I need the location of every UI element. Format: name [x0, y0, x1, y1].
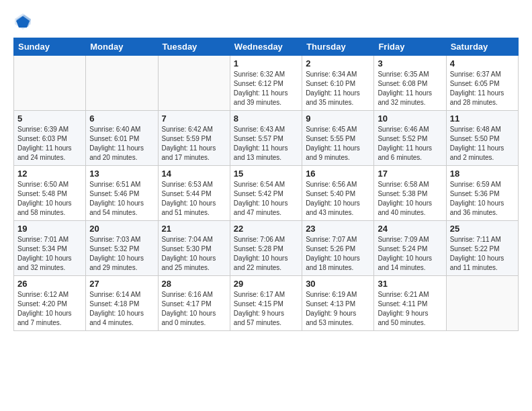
day-info: Sunrise: 6:19 AM Sunset: 4:13 PM Dayligh…: [306, 290, 370, 328]
calendar-cell: 21Sunrise: 7:04 AM Sunset: 5:30 PM Dayli…: [158, 221, 230, 276]
day-info: Sunrise: 6:46 AM Sunset: 5:52 PM Dayligh…: [378, 125, 442, 163]
day-info: Sunrise: 7:04 AM Sunset: 5:30 PM Dayligh…: [162, 235, 226, 273]
day-number: 7: [162, 113, 226, 124]
weekday-header-friday: Friday: [374, 38, 446, 56]
week-row-5: 26Sunrise: 6:12 AM Sunset: 4:20 PM Dayli…: [14, 276, 519, 331]
day-info: Sunrise: 7:06 AM Sunset: 5:28 PM Dayligh…: [234, 235, 298, 273]
day-number: 30: [306, 279, 370, 289]
logo-icon: [13, 12, 32, 31]
calendar-cell: [14, 56, 86, 111]
calendar-cell: 6Sunrise: 6:40 AM Sunset: 6:01 PM Daylig…: [86, 111, 158, 166]
calendar-cell: [158, 56, 230, 111]
day-info: Sunrise: 6:51 AM Sunset: 5:46 PM Dayligh…: [89, 180, 154, 218]
calendar-cell: 30Sunrise: 6:19 AM Sunset: 4:13 PM Dayli…: [302, 276, 374, 331]
calendar-cell: 27Sunrise: 6:14 AM Sunset: 4:18 PM Dayli…: [86, 276, 158, 331]
day-number: 25: [450, 224, 515, 234]
calendar-cell: 14Sunrise: 6:53 AM Sunset: 5:44 PM Dayli…: [158, 166, 230, 221]
calendar-cell: 26Sunrise: 6:12 AM Sunset: 4:20 PM Dayli…: [14, 276, 86, 331]
calendar-cell: 31Sunrise: 6:21 AM Sunset: 4:11 PM Dayli…: [374, 276, 446, 331]
day-number: 3: [378, 58, 442, 68]
logo: [13, 12, 35, 31]
day-info: Sunrise: 6:35 AM Sunset: 6:08 PM Dayligh…: [378, 70, 442, 107]
calendar-cell: 7Sunrise: 6:42 AM Sunset: 5:59 PM Daylig…: [158, 111, 230, 166]
calendar-cell: 29Sunrise: 6:17 AM Sunset: 4:15 PM Dayli…: [230, 276, 302, 331]
day-info: Sunrise: 6:53 AM Sunset: 5:44 PM Dayligh…: [162, 180, 226, 218]
calendar-cell: 5Sunrise: 6:39 AM Sunset: 6:03 PM Daylig…: [14, 111, 86, 166]
week-row-4: 19Sunrise: 7:01 AM Sunset: 5:34 PM Dayli…: [14, 221, 519, 276]
weekday-header-wednesday: Wednesday: [230, 38, 302, 56]
day-number: 6: [89, 113, 154, 124]
calendar-cell: 10Sunrise: 6:46 AM Sunset: 5:52 PM Dayli…: [374, 111, 446, 166]
day-number: 10: [378, 113, 442, 124]
day-info: Sunrise: 7:11 AM Sunset: 5:22 PM Dayligh…: [450, 235, 515, 273]
day-number: 31: [378, 279, 442, 289]
calendar-cell: 15Sunrise: 6:54 AM Sunset: 5:42 PM Dayli…: [230, 166, 302, 221]
weekday-header-sunday: Sunday: [14, 38, 86, 56]
day-info: Sunrise: 6:50 AM Sunset: 5:48 PM Dayligh…: [17, 180, 82, 218]
day-info: Sunrise: 7:01 AM Sunset: 5:34 PM Dayligh…: [17, 235, 82, 273]
page: SundayMondayTuesdayWednesdayThursdayFrid…: [0, 0, 532, 343]
calendar-cell: 4Sunrise: 6:37 AM Sunset: 6:05 PM Daylig…: [446, 56, 518, 111]
week-row-1: 1Sunrise: 6:32 AM Sunset: 6:12 PM Daylig…: [14, 56, 519, 111]
header: [13, 12, 519, 31]
day-number: 26: [17, 279, 82, 289]
day-number: 14: [162, 169, 226, 179]
day-info: Sunrise: 6:37 AM Sunset: 6:05 PM Dayligh…: [450, 70, 515, 107]
day-info: Sunrise: 6:32 AM Sunset: 6:12 PM Dayligh…: [234, 70, 298, 107]
calendar-cell: 22Sunrise: 7:06 AM Sunset: 5:28 PM Dayli…: [230, 221, 302, 276]
day-number: 15: [234, 169, 298, 179]
day-number: 27: [89, 279, 154, 289]
calendar-cell: 17Sunrise: 6:58 AM Sunset: 5:38 PM Dayli…: [374, 166, 446, 221]
calendar-cell: 20Sunrise: 7:03 AM Sunset: 5:32 PM Dayli…: [86, 221, 158, 276]
day-number: 12: [17, 169, 82, 179]
calendar-cell: [446, 276, 518, 331]
day-info: Sunrise: 6:21 AM Sunset: 4:11 PM Dayligh…: [378, 290, 442, 328]
weekday-header-thursday: Thursday: [302, 38, 374, 56]
calendar-cell: 8Sunrise: 6:43 AM Sunset: 5:57 PM Daylig…: [230, 111, 302, 166]
day-info: Sunrise: 6:58 AM Sunset: 5:38 PM Dayligh…: [378, 180, 442, 218]
calendar-cell: 3Sunrise: 6:35 AM Sunset: 6:08 PM Daylig…: [374, 56, 446, 111]
day-number: 11: [450, 113, 515, 124]
day-info: Sunrise: 6:34 AM Sunset: 6:10 PM Dayligh…: [306, 70, 370, 107]
weekday-header-row: SundayMondayTuesdayWednesdayThursdayFrid…: [14, 38, 519, 56]
calendar-cell: 23Sunrise: 7:07 AM Sunset: 5:26 PM Dayli…: [302, 221, 374, 276]
calendar-cell: 25Sunrise: 7:11 AM Sunset: 5:22 PM Dayli…: [446, 221, 518, 276]
calendar-cell: 24Sunrise: 7:09 AM Sunset: 5:24 PM Dayli…: [374, 221, 446, 276]
day-number: 23: [306, 224, 370, 234]
day-number: 5: [17, 113, 82, 124]
weekday-header-tuesday: Tuesday: [158, 38, 230, 56]
calendar-cell: 18Sunrise: 6:59 AM Sunset: 5:36 PM Dayli…: [446, 166, 518, 221]
weekday-header-saturday: Saturday: [446, 38, 518, 56]
calendar-cell: 1Sunrise: 6:32 AM Sunset: 6:12 PM Daylig…: [230, 56, 302, 111]
calendar-cell: 19Sunrise: 7:01 AM Sunset: 5:34 PM Dayli…: [14, 221, 86, 276]
day-info: Sunrise: 6:45 AM Sunset: 5:55 PM Dayligh…: [306, 125, 370, 163]
day-number: 16: [306, 169, 370, 179]
day-info: Sunrise: 7:07 AM Sunset: 5:26 PM Dayligh…: [306, 235, 370, 273]
day-info: Sunrise: 6:17 AM Sunset: 4:15 PM Dayligh…: [234, 290, 298, 328]
calendar-cell: 9Sunrise: 6:45 AM Sunset: 5:55 PM Daylig…: [302, 111, 374, 166]
day-info: Sunrise: 6:42 AM Sunset: 5:59 PM Dayligh…: [162, 125, 226, 163]
day-info: Sunrise: 6:54 AM Sunset: 5:42 PM Dayligh…: [234, 180, 298, 218]
day-number: 1: [234, 58, 298, 68]
calendar-cell: 11Sunrise: 6:48 AM Sunset: 5:50 PM Dayli…: [446, 111, 518, 166]
calendar-table: SundayMondayTuesdayWednesdayThursdayFrid…: [13, 38, 519, 331]
day-number: 17: [378, 169, 442, 179]
day-number: 20: [89, 224, 154, 234]
day-info: Sunrise: 6:12 AM Sunset: 4:20 PM Dayligh…: [17, 290, 82, 328]
calendar-cell: 2Sunrise: 6:34 AM Sunset: 6:10 PM Daylig…: [302, 56, 374, 111]
day-number: 2: [306, 58, 370, 68]
day-info: Sunrise: 6:59 AM Sunset: 5:36 PM Dayligh…: [450, 180, 515, 218]
week-row-3: 12Sunrise: 6:50 AM Sunset: 5:48 PM Dayli…: [14, 166, 519, 221]
calendar-cell: [86, 56, 158, 111]
day-info: Sunrise: 6:43 AM Sunset: 5:57 PM Dayligh…: [234, 125, 298, 163]
day-number: 18: [450, 169, 515, 179]
day-number: 8: [234, 113, 298, 124]
day-info: Sunrise: 6:56 AM Sunset: 5:40 PM Dayligh…: [306, 180, 370, 218]
calendar-cell: 13Sunrise: 6:51 AM Sunset: 5:46 PM Dayli…: [86, 166, 158, 221]
day-number: 29: [234, 279, 298, 289]
weekday-header-monday: Monday: [86, 38, 158, 56]
day-info: Sunrise: 6:14 AM Sunset: 4:18 PM Dayligh…: [89, 290, 154, 328]
day-info: Sunrise: 6:40 AM Sunset: 6:01 PM Dayligh…: [89, 125, 154, 163]
day-info: Sunrise: 6:16 AM Sunset: 4:17 PM Dayligh…: [162, 290, 226, 328]
day-number: 28: [162, 279, 226, 289]
